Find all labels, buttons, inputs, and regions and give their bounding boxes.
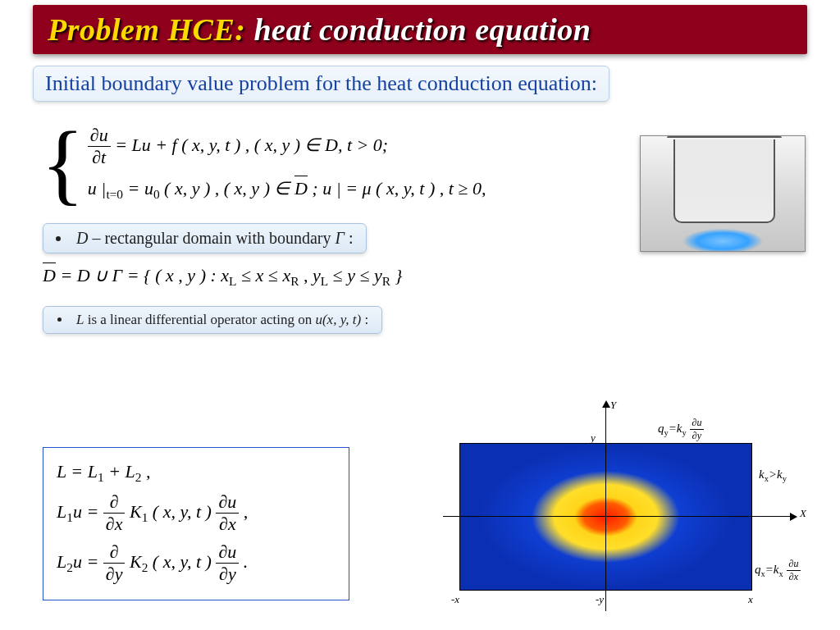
domain-definition: D = D ∪ Γ = { ( x , y ) : xL ≤ x ≤ xR , … (43, 265, 797, 289)
yl-sub: L (321, 275, 328, 289)
title-prefix: Problem HCE: (48, 12, 245, 47)
y-tick: y (591, 431, 596, 445)
dudx-inner: ∂u∂x (216, 491, 239, 535)
neg-y-tick: -y (596, 593, 604, 606)
neg-x-tick: -x (451, 593, 459, 606)
ddy-outer: ∂∂y (103, 541, 126, 585)
ddx-outer: ∂∂x (103, 491, 126, 535)
d-bar: D (43, 265, 56, 286)
op-text: is a linear differential operator acting… (84, 312, 315, 327)
slide-title: Problem HCE: heat conduction equation (33, 5, 807, 54)
xy-in: ( x, y ) , ( x, y ) ∈ (164, 178, 294, 199)
mid1: ≤ x ≤ x (236, 265, 290, 285)
num: ∂u (90, 125, 108, 145)
L-split: L = L1 + L2 , (57, 461, 336, 485)
eq-u0: = u (128, 178, 153, 199)
domain-text: – rectangular domain with boundary (88, 229, 335, 247)
u-func: u(x, y, t) (315, 312, 361, 327)
left-brace: { (41, 126, 84, 200)
kx-gt-ky: kx>ky (759, 468, 787, 483)
qy-equation: qy=ky ∂u∂y (658, 417, 704, 442)
d-closure: D (294, 178, 308, 199)
xr-sub: R (290, 275, 299, 289)
L2-def: L2u = ∂∂y K2 ( x, y, t ) ∂u∂y . (57, 541, 336, 585)
beaker-icon (673, 139, 775, 223)
bc-tail: ; u | = μ ( x, y, t ) , t ≥ 0, (312, 178, 486, 199)
den: ∂t (92, 147, 106, 167)
d-eq1: = D ∪ Γ = { ( x , y ) : x (56, 265, 229, 285)
yr-sub: R (382, 275, 390, 289)
Y-axis-label: Y (610, 399, 616, 412)
x-tick: x (748, 593, 753, 606)
operator-box: L = L1 + L2 , L1u = ∂∂x K1 ( x, y, t ) ∂… (43, 447, 349, 600)
zero-sub: 0 (153, 187, 160, 201)
L1-def: L1u = ∂∂x K1 ( x, y, t ) ∂u∂x , (57, 491, 336, 535)
operator-note: L is a linear differential operator acti… (43, 306, 382, 334)
d-end: } (390, 265, 402, 285)
mid2: , y (299, 265, 320, 285)
t0-sub: t=0 (106, 187, 123, 201)
mid3: ≤ y ≤ y (328, 265, 382, 285)
dudt-fraction: ∂u ∂t (88, 125, 111, 168)
heatmap-figure: Y X y x -x -y qy=ky ∂u∂y kx>ky qx=kx ∂u∂… (427, 402, 812, 623)
operator-note-item: L is a linear differential operator acti… (71, 310, 373, 330)
intro-callout: Initial boundary value problem for the h… (33, 66, 609, 102)
domain-note-item: D – rectangular domain with boundary Γ : (71, 227, 358, 249)
domain-colon: : (345, 229, 354, 247)
D-symbol: D (76, 229, 88, 247)
dudy-inner: ∂u∂y (216, 541, 239, 585)
u-restrict: u | (88, 178, 107, 199)
domain-note: D – rectangular domain with boundary Γ : (43, 223, 367, 253)
op-colon: : (361, 312, 368, 327)
pde-equation: ∂u ∂t = Lu + f ( x, y, t ) , ( x, y ) ∈ … (88, 125, 486, 168)
y-axis (605, 402, 606, 611)
ic-bc-equation: u |t=0 = u0 ( x, y ) , ( x, y ) ∈ D ; u … (88, 178, 486, 202)
X-axis-label: X (800, 507, 806, 520)
pde-rhs: = Lu + f ( x, y, t ) , ( x, y ) ∈ D, t >… (115, 135, 388, 155)
title-rest: heat conduction equation (245, 12, 591, 47)
qx-equation: qx=kx ∂u∂x (755, 558, 801, 583)
gamma-symbol: Γ (335, 229, 344, 247)
boiling-water-image (640, 135, 806, 252)
x-axis (443, 516, 796, 517)
equation-lines: ∂u ∂t = Lu + f ( x, y, t ) , ( x, y ) ∈ … (88, 115, 486, 212)
